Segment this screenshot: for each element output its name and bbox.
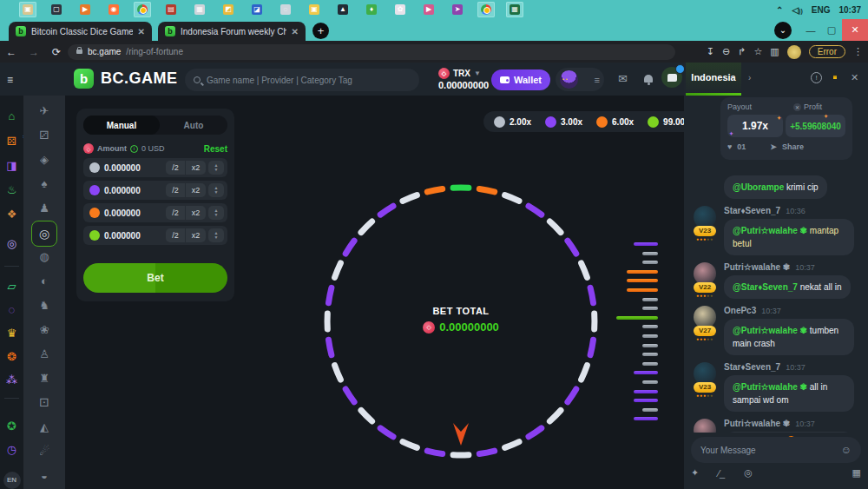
taskbar-icon-book-app[interactable]: ▤ <box>162 2 180 17</box>
side-panel-icon[interactable]: ▥ <box>770 46 779 57</box>
taskbar-icon-chrome-2[interactable] <box>477 2 495 17</box>
taskbar-icon-excel[interactable]: ▦ <box>506 2 523 17</box>
sidebar-item-referral[interactable]: ⁂ <box>0 372 23 387</box>
chat-rules-icon[interactable]: ! <box>811 72 822 83</box>
search-input[interactable] <box>207 76 406 85</box>
sidebar-item-bonus[interactable]: ❂ <box>0 348 23 364</box>
game-item-crash-game[interactable]: ✈ <box>23 104 65 117</box>
taskbar-icon-search-app[interactable]: ◌ <box>277 2 294 17</box>
tray-chevron-icon[interactable]: ⌃ <box>776 5 783 15</box>
currency-chevron-icon[interactable]: ▼ <box>474 69 481 77</box>
game-item-comet-game[interactable]: ☄ <box>23 445 65 458</box>
taskbar-icon-paint-app[interactable]: ◩ <box>220 2 237 17</box>
taskbar-icon-pink-app[interactable]: ▶ <box>420 2 437 17</box>
sidebar-item-vip[interactable]: ♛ <box>0 325 23 340</box>
username[interactable]: Putri☆walahe ✾ <box>724 419 790 428</box>
fist-icon[interactable]: ✦ <box>691 467 699 479</box>
browser-tab-2[interactable]: b Indonesia Forum weekly Challeng ✕ <box>158 22 306 41</box>
volume-icon[interactable]: ◁)) <box>792 5 802 15</box>
sidebar-item-ticket[interactable]: ▱ <box>0 278 23 294</box>
chat-message[interactable]: V27●●●●●OnePc310:37@Putri☆walahe ✾ tumbe… <box>691 306 861 355</box>
notifications-bell-icon[interactable] <box>644 75 653 83</box>
game-item-coinflip-game[interactable]: ◐ <box>23 274 65 287</box>
chat-message[interactable]: V23●●●●●Star♦Seven_710:36@Putri☆walahe ✾… <box>691 206 861 255</box>
game-search[interactable] <box>185 69 419 91</box>
game-item-plinko-game[interactable]: ♠ <box>23 177 65 190</box>
game-item-dice2-game[interactable]: ⚀ <box>23 396 65 409</box>
mention[interactable]: @Putri☆walahe ✾ <box>733 382 807 392</box>
taskbar-icon-chrome[interactable] <box>134 2 151 17</box>
username[interactable]: Star♦Seven_7 <box>724 362 780 372</box>
user-avatar[interactable] <box>560 70 578 89</box>
bookmark-star-icon[interactable]: ☆ <box>753 46 762 57</box>
chat-message[interactable]: @Uborampe krimi cip <box>691 172 861 199</box>
sidebar-item-history[interactable]: ◷ <box>0 441 23 457</box>
game-item-keno-game[interactable]: ♞ <box>23 299 65 312</box>
chat-message[interactable]: V22●●●●●Putri☆walahe ✾10:37@OnePc3 iya □… <box>691 419 861 433</box>
chat-close-icon[interactable]: ✕ <box>851 72 858 83</box>
chat-input[interactable]: ☺ <box>691 437 861 463</box>
sidebar-item-casino[interactable]: ›⚄ <box>0 133 23 149</box>
taskbar-icon-notes-app[interactable]: ▦ <box>191 2 208 17</box>
wallet-button[interactable]: Wallet <box>491 69 550 90</box>
error-badge[interactable]: Error <box>809 45 845 58</box>
lock-icon[interactable] <box>76 50 82 54</box>
taskbar-icon-penguin-app[interactable]: ▲ <box>334 2 352 17</box>
keyboard-icon[interactable]: ▦ <box>852 467 861 479</box>
sidebar-item-rewards[interactable]: ✪ <box>0 418 23 433</box>
close-button[interactable]: ✕ <box>842 19 868 41</box>
forward-icon[interactable]: → <box>23 46 45 58</box>
mention[interactable]: @Uborampe <box>733 182 784 192</box>
balance-block[interactable]: ◇ TRX ▼ 0.00000000 <box>438 68 489 90</box>
browser-menu-chevron[interactable]: ⌄ <box>774 22 792 39</box>
mention[interactable]: @Star♦Seven_7 <box>733 282 798 292</box>
message-input[interactable] <box>700 446 841 455</box>
taskbar-icon-green-app[interactable]: ♦ <box>363 2 380 17</box>
coin-rain-icon[interactable]: ◎ <box>744 467 753 479</box>
user-menu-icon[interactable]: ≡ <box>595 75 600 85</box>
clock[interactable]: 10:37 <box>838 5 861 15</box>
mention[interactable]: @Putri☆walahe ✾ <box>733 226 807 235</box>
hamburger-icon[interactable]: ≡ <box>7 74 18 86</box>
chevron-right-icon[interactable]: › <box>748 73 751 83</box>
game-item-blossom-game[interactable]: ❀ <box>23 323 65 336</box>
taskbar-icon-flower-app[interactable]: ✿ <box>391 2 409 17</box>
game-item-coin-game[interactable]: ◍ <box>23 250 65 263</box>
zoom-icon[interactable]: ⊖ <box>722 46 730 57</box>
taskbar-icon-media-player[interactable]: ▶ <box>76 2 94 17</box>
chat-message[interactable]: V22●●●●●Putri☆walahe ✾10:37@Star♦Seven_7… <box>691 262 861 299</box>
browser-menu-icon[interactable]: ⋮ <box>853 46 863 57</box>
like-heart-icon[interactable]: ♥ <box>727 142 732 151</box>
username[interactable]: OnePc3 <box>724 306 756 315</box>
username[interactable]: Putri☆walahe ✾ <box>724 262 790 272</box>
share-icon[interactable]: ↱ <box>738 46 746 57</box>
tab-close-icon[interactable]: ✕ <box>138 27 145 36</box>
taskbar-icon-blue-app[interactable]: ◪ <box>248 2 266 17</box>
tab-close-icon[interactable]: ✕ <box>292 27 299 36</box>
taskbar-icon-firefox[interactable]: ◉ <box>105 2 122 17</box>
sidebar-item-language[interactable]: EN <box>0 470 23 489</box>
game-item-triangle-game[interactable]: ◭ <box>23 420 65 433</box>
minimize-button[interactable]: — <box>800 25 821 36</box>
chat-tab-indonesia[interactable]: Indonesia <box>686 63 741 96</box>
mail-icon[interactable]: ✉ <box>618 72 628 85</box>
taskbar-icon-photos-app[interactable]: ▢ <box>48 2 65 17</box>
share-icon[interactable]: ➤ <box>770 142 777 151</box>
sidebar-item-slots[interactable]: ◨ <box>0 157 23 173</box>
site-logo[interactable]: b BC.GAME <box>74 69 178 89</box>
shared-bet-card[interactable]: Payout ✕ Profit ✦ ✦ 1.97x ✦ +5.59608040 <box>720 97 852 160</box>
game-item-ring-of-fortune[interactable]: ◎ <box>31 221 57 247</box>
chat-message[interactable]: V23●●●●●Star♦Seven_710:37@Putri☆walahe ✾… <box>691 362 861 412</box>
game-item-dice-game[interactable]: ⚂ <box>23 129 65 142</box>
address-bar[interactable]: bc.game/ring-of-fortune <box>68 44 675 60</box>
emoji-icon[interactable]: ☺ <box>841 444 852 456</box>
back-icon[interactable]: ← <box>0 46 23 58</box>
chat-messages[interactable]: Payout ✕ Profit ✦ ✦ 1.97x ✦ +5.59608040 <box>684 96 868 433</box>
install-icon[interactable]: ↧ <box>707 46 714 57</box>
game-item-mine-game[interactable]: ◈ <box>23 153 65 166</box>
game-item-hilo-game[interactable]: ♟ <box>23 202 65 215</box>
share-label[interactable]: Share <box>782 142 804 151</box>
sidebar-item-home[interactable]: ⌂ <box>0 108 23 123</box>
taskbar-icon-file-explorer[interactable]: ▣ <box>19 2 36 17</box>
sidebar-item-crash[interactable]: ♨ <box>0 182 23 197</box>
